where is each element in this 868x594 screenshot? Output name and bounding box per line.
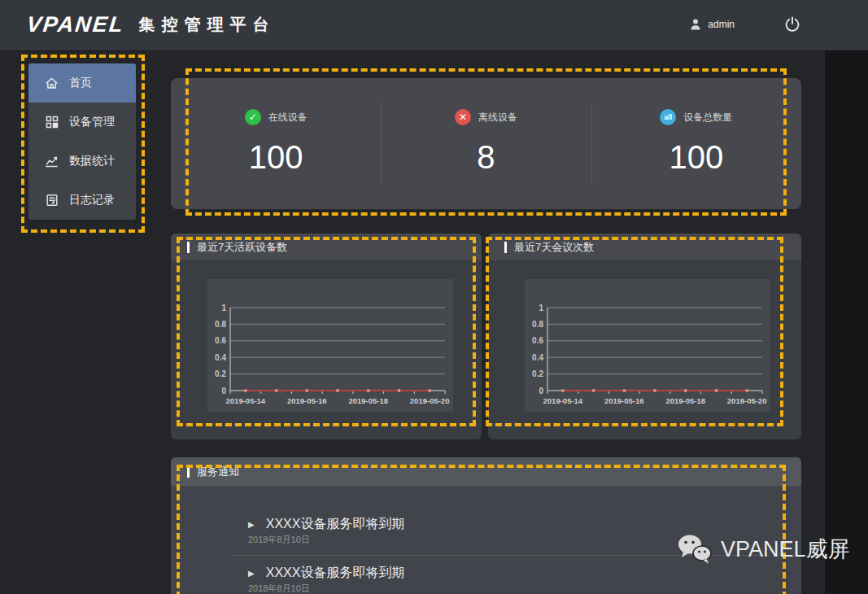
chart-title: 最近7天活跃设备数 xyxy=(197,240,287,255)
svg-text:0.2: 0.2 xyxy=(532,369,543,378)
app-title: 集控管理平台 xyxy=(139,14,276,36)
svg-text:0.6: 0.6 xyxy=(532,336,543,345)
top-navbar: VPANEL 集控管理平台 admin xyxy=(0,0,868,50)
stat-offline-devices: ✕ 离线设备 8 xyxy=(381,78,591,209)
home-icon xyxy=(45,76,59,90)
svg-text:2019-05-16: 2019-05-16 xyxy=(604,396,644,405)
chart-card-header: 最近7天活跃设备数 xyxy=(171,234,482,260)
sidebar-item-devices[interactable]: 设备管理 xyxy=(28,103,136,142)
notice-item-title: XXXX设备服务即将到期 xyxy=(266,517,405,531)
svg-text:2019-05-18: 2019-05-18 xyxy=(348,396,388,405)
stat-total-devices: all 设备总数量 100 xyxy=(591,78,801,209)
sidebar-menu: 首页 设备管理 数据统计 日志记录 xyxy=(28,63,136,220)
svg-text:0.6: 0.6 xyxy=(215,336,226,345)
svg-text:2019-05-18: 2019-05-18 xyxy=(665,396,705,405)
svg-text:0: 0 xyxy=(221,387,226,395)
stat-value: 100 xyxy=(249,138,303,176)
device-stats-card: ✓ 在线设备 100 ✕ 离线设备 8 all 设备总数量 100 xyxy=(171,78,801,209)
all-circle-icon: all xyxy=(660,109,676,125)
sidebar-item-label: 首页 xyxy=(69,76,92,90)
title-accent-bar xyxy=(504,242,507,253)
svg-text:0.8: 0.8 xyxy=(532,320,543,329)
svg-text:0.4: 0.4 xyxy=(215,353,226,362)
service-notice-card: 服务通知 ▶ XXXX设备服务即将到期 2018年8月10日 ▶ XXXX设备服… xyxy=(171,457,801,594)
sidebar-item-label: 设备管理 xyxy=(69,115,115,129)
sidebar-item-statistics[interactable]: 数据统计 xyxy=(28,142,136,181)
wechat-watermark: VPANEL威屏 xyxy=(677,534,850,565)
navbar-right: admin xyxy=(688,14,803,35)
sidebar-item-logs[interactable]: 日志记录 xyxy=(28,181,136,220)
chart-title: 最近7天会议次数 xyxy=(514,240,594,255)
vpanel-logo: VPANEL xyxy=(25,12,125,37)
notice-item-date: 2018年8月10日 xyxy=(248,583,769,594)
meetings-chart-card: 最近7天会议次数 00.20.40.60.812019-05-142019-05… xyxy=(488,234,801,439)
svg-text:1: 1 xyxy=(539,304,543,312)
stat-label: 离线设备 xyxy=(478,111,517,124)
sidebar-item-label: 日志记录 xyxy=(69,193,115,207)
username-label: admin xyxy=(708,19,735,30)
wechat-icon xyxy=(677,534,713,565)
svg-text:0.2: 0.2 xyxy=(215,369,226,378)
svg-text:2019-05-14: 2019-05-14 xyxy=(226,396,266,405)
svg-text:2019-05-14: 2019-05-14 xyxy=(543,396,583,405)
log-icon xyxy=(45,194,59,207)
stats-icon xyxy=(45,155,59,168)
title-accent-bar xyxy=(187,242,190,253)
sidebar-item-label: 数据统计 xyxy=(69,154,115,168)
arrow-right-icon: ▶ xyxy=(248,569,255,578)
line-chart-meetings: 00.20.40.60.812019-05-142019-05-162019-0… xyxy=(525,279,770,412)
arrow-right-icon: ▶ xyxy=(248,520,255,529)
x-circle-icon: ✕ xyxy=(455,109,471,125)
chart-card-header: 最近7天会议次数 xyxy=(488,234,801,260)
check-circle-icon: ✓ xyxy=(245,109,261,125)
svg-text:2019-05-20: 2019-05-20 xyxy=(727,396,767,405)
user-menu[interactable]: admin xyxy=(688,18,735,32)
line-chart-active-devices: 00.20.40.60.812019-05-142019-05-162019-0… xyxy=(207,279,453,412)
notice-card-header: 服务通知 xyxy=(171,457,801,486)
stat-label: 设备总数量 xyxy=(683,111,732,124)
stat-label: 在线设备 xyxy=(268,111,308,124)
notice-title-heading: 服务通知 xyxy=(197,465,239,479)
stat-value: 100 xyxy=(669,138,723,176)
svg-text:0: 0 xyxy=(539,387,543,395)
grid-icon xyxy=(45,116,59,129)
stat-value: 8 xyxy=(477,138,495,176)
active-devices-chart-card: 最近7天活跃设备数 00.20.40.60.812019-05-142019-0… xyxy=(171,234,482,439)
logout-power-button[interactable] xyxy=(782,14,803,35)
watermark-text: VPANEL威屏 xyxy=(721,535,850,564)
stat-online-devices: ✓ 在线设备 100 xyxy=(171,78,381,209)
svg-text:0.8: 0.8 xyxy=(215,320,226,329)
title-accent-bar xyxy=(187,466,190,478)
page-right-gutter xyxy=(825,50,868,594)
svg-text:1: 1 xyxy=(221,304,226,312)
svg-text:2019-05-20: 2019-05-20 xyxy=(410,396,450,405)
svg-text:2019-05-16: 2019-05-16 xyxy=(287,396,327,405)
sidebar-item-home[interactable]: 首页 xyxy=(28,63,136,103)
svg-text:0.4: 0.4 xyxy=(532,353,543,362)
user-icon xyxy=(688,18,702,32)
notice-item-title: XXXX设备服务即将到期 xyxy=(266,566,405,580)
